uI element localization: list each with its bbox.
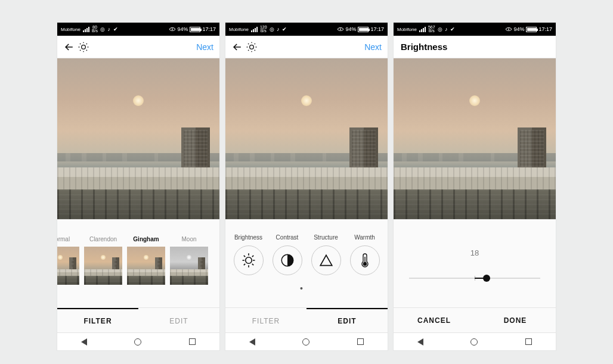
filter-thumb	[127, 247, 165, 285]
confirm-row: CANCEL DONE	[394, 307, 556, 332]
thermometer-icon	[358, 252, 372, 269]
nav-recent-icon[interactable]	[189, 338, 196, 345]
arrow-left-icon	[63, 41, 75, 53]
nav-recent-icon[interactable]	[357, 338, 364, 345]
header: Brightness	[394, 36, 556, 58]
tool-structure[interactable]: Structure	[308, 234, 344, 275]
lux-button[interactable]	[246, 41, 364, 53]
signal-icon	[419, 27, 426, 32]
status-bar: Mobifone 567B/s ◎ ♪ ✔ 94% 17:17	[394, 23, 556, 36]
tab-edit[interactable]: EDIT	[138, 308, 219, 332]
tool-brightness[interactable]: Brightness	[231, 234, 267, 275]
screen-brightness: Mobifone 567B/s ◎ ♪ ✔ 94% 17:17 Brightne…	[394, 23, 556, 350]
svg-point-4	[363, 262, 366, 265]
contrast-icon	[280, 253, 295, 268]
lux-button[interactable]	[78, 41, 196, 53]
nav-back-icon[interactable]	[81, 338, 87, 346]
app-indicator-icons: ◎ ♪ ✔	[100, 26, 119, 32]
page-title: Brightness	[401, 42, 447, 52]
status-bar: Mobifone 80B/s ◎ ♪ ✔ 94% 17:17	[57, 23, 219, 36]
screen-edit: Mobifone 120B/s ◎ ♪ ✔ 94% 17:17 Next	[225, 23, 388, 350]
filter-strip[interactable]: Normal Clarendon Gingham Moon	[57, 219, 219, 307]
nav-home-icon[interactable]	[302, 338, 309, 346]
slider-value: 18	[470, 248, 479, 257]
nav-back-icon[interactable]	[417, 338, 423, 346]
tab-filter[interactable]: FILTER	[225, 308, 306, 332]
back-button[interactable]	[231, 41, 246, 53]
eye-comfort-icon	[169, 27, 175, 31]
battery-pct: 94%	[177, 26, 188, 32]
nav-home-icon[interactable]	[470, 338, 478, 346]
android-nav	[225, 332, 388, 350]
photo-preview[interactable]	[225, 58, 388, 219]
svg-point-0	[82, 45, 86, 49]
android-nav	[394, 332, 556, 350]
nav-back-icon[interactable]	[249, 338, 255, 346]
signal-icon	[251, 27, 258, 32]
bottom-tabs: FILTER EDIT	[57, 307, 219, 332]
screen-filter: Mobifone 80B/s ◎ ♪ ✔ 94% 17:17 Next	[57, 23, 219, 350]
filter-thumb	[170, 247, 208, 285]
eye-comfort-icon	[506, 27, 512, 31]
filter-moon[interactable]: Moon	[169, 236, 209, 285]
filter-normal[interactable]: Normal	[57, 236, 80, 285]
back-button[interactable]	[63, 41, 78, 53]
nav-home-icon[interactable]	[134, 338, 141, 346]
tab-edit[interactable]: EDIT	[306, 308, 388, 332]
filter-thumb	[57, 247, 79, 285]
header: Next	[57, 36, 219, 58]
filter-clarendon[interactable]: Clarendon	[83, 236, 123, 285]
next-button[interactable]: Next	[196, 42, 213, 52]
battery-icon	[358, 27, 369, 32]
triangle-icon	[318, 253, 334, 268]
battery-icon	[526, 27, 537, 32]
eye-comfort-icon	[338, 27, 343, 31]
header: Next	[225, 36, 388, 58]
sun-icon	[78, 41, 89, 53]
page-indicator: ••	[225, 284, 388, 293]
cancel-button[interactable]: CANCEL	[394, 308, 475, 332]
sun-icon	[240, 252, 257, 269]
app-indicator-icons: ◎ ♪ ✔	[438, 26, 456, 32]
battery-icon	[190, 27, 200, 32]
slider-thumb[interactable]	[483, 275, 490, 282]
bottom-tabs: FILTER EDIT	[225, 307, 388, 332]
svg-point-1	[250, 45, 254, 49]
nav-recent-icon[interactable]	[525, 338, 532, 345]
photo-preview[interactable]	[394, 58, 556, 219]
app-indicator-icons: ◎ ♪ ✔	[270, 26, 288, 32]
signal-icon	[83, 27, 89, 32]
tool-warmth[interactable]: Warmth	[347, 234, 383, 275]
tool-contrast[interactable]: Contrast	[270, 234, 305, 275]
photo-preview[interactable]	[57, 58, 219, 219]
tab-filter[interactable]: FILTER	[57, 308, 138, 332]
brightness-slider[interactable]	[409, 278, 540, 279]
next-button[interactable]: Next	[364, 42, 382, 52]
arrow-left-icon	[231, 41, 243, 53]
filter-gingham[interactable]: Gingham	[126, 236, 166, 285]
sun-icon	[246, 41, 258, 53]
clock: 17:17	[202, 26, 216, 32]
carrier-label: Mobifone	[61, 27, 81, 32]
svg-point-2	[245, 257, 252, 263]
filter-thumb	[84, 247, 122, 285]
done-button[interactable]: DONE	[475, 308, 556, 332]
edit-tools[interactable]: Brightness Contrast Structure	[225, 234, 388, 275]
status-bar: Mobifone 120B/s ◎ ♪ ✔ 94% 17:17	[225, 23, 388, 36]
android-nav	[57, 332, 219, 350]
